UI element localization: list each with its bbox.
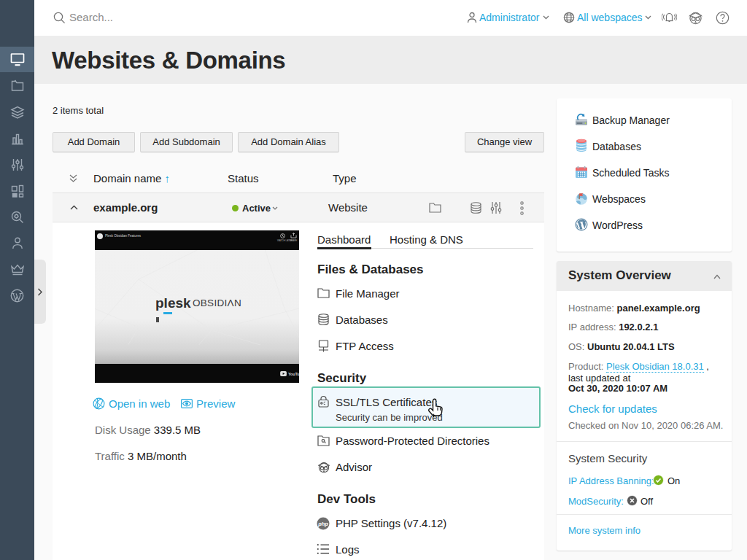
svg-text:php: php [317,521,328,527]
